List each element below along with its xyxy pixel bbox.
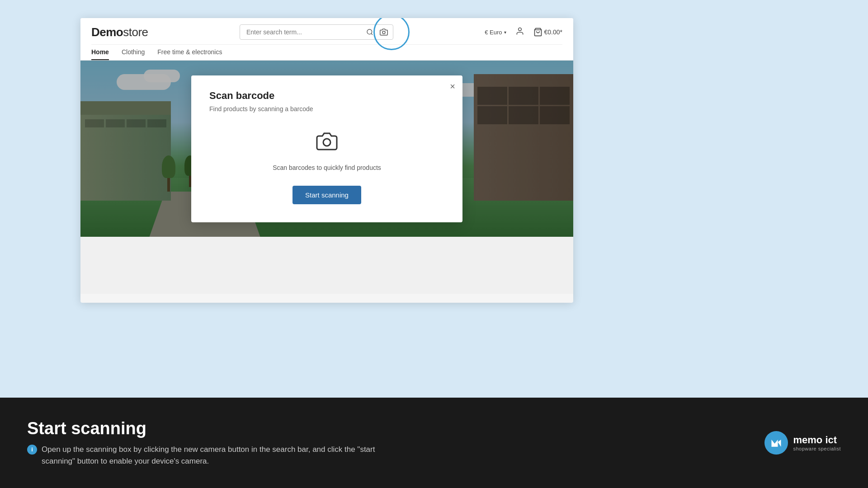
modal-overlay: × Scan barcode Find products by scanning… xyxy=(80,61,573,237)
bottom-title: Start scanning xyxy=(27,419,764,438)
hero-section: × Scan barcode Find products by scanning… xyxy=(80,61,573,237)
bottom-bar: Start scanning i Open up the scanning bo… xyxy=(0,398,868,488)
svg-line-1 xyxy=(371,33,373,35)
svg-point-3 xyxy=(518,28,521,31)
memo-tagline: shopware specialist xyxy=(793,446,841,451)
search-icon xyxy=(366,28,373,36)
chevron-down-icon: ▾ xyxy=(504,30,506,35)
nav-item-free-time[interactable]: Free time & electronics xyxy=(157,48,222,60)
cart-icon xyxy=(533,28,542,37)
main-nav: Home Clothing Free time & electronics xyxy=(91,44,562,60)
modal-camera-area: Scan barcodes to quickly find products xyxy=(209,131,444,171)
nav-item-clothing[interactable]: Clothing xyxy=(122,48,145,60)
svg-point-0 xyxy=(367,29,372,34)
memo-name: memo ict xyxy=(793,434,841,446)
store-content-area xyxy=(80,237,573,294)
scan-barcode-modal: × Scan barcode Find products by scanning… xyxy=(191,75,462,222)
memo-text: memo ict shopware specialist xyxy=(793,434,841,451)
search-bar-wrapper xyxy=(240,24,393,40)
memo-ict-logo: memo ict shopware specialist xyxy=(764,431,841,455)
modal-close-button[interactable]: × xyxy=(450,82,455,91)
site-header: Demostore xyxy=(80,18,573,61)
store-frame: Demostore xyxy=(80,18,573,303)
currency-selector[interactable]: € Euro ▾ xyxy=(485,29,506,36)
cart-button[interactable]: €0.00* xyxy=(533,28,562,37)
camera-icon xyxy=(380,28,388,36)
modal-scan-text: Scan barcodes to quickly find products xyxy=(273,164,381,171)
site-logo: Demostore xyxy=(91,25,148,39)
modal-subtitle: Find products by scanning a barcode xyxy=(209,105,444,113)
modal-title: Scan barcode xyxy=(209,90,444,102)
bottom-content: Start scanning i Open up the scanning bo… xyxy=(27,419,764,467)
user-icon[interactable] xyxy=(515,27,524,38)
svg-point-5 xyxy=(323,139,330,146)
modal-camera-icon xyxy=(316,131,338,157)
header-right: € Euro ▾ xyxy=(485,27,562,38)
svg-point-2 xyxy=(382,31,385,34)
search-button[interactable] xyxy=(363,27,376,38)
camera-search-button[interactable] xyxy=(377,26,391,38)
memo-m-icon xyxy=(770,436,783,449)
nav-item-home[interactable]: Home xyxy=(91,48,109,60)
memo-circle xyxy=(764,431,788,455)
start-scanning-button[interactable]: Start scanning xyxy=(292,186,361,204)
info-icon: i xyxy=(27,445,37,455)
bottom-description: i Open up the scanning box by clicking t… xyxy=(27,444,389,467)
search-icons xyxy=(363,24,393,40)
